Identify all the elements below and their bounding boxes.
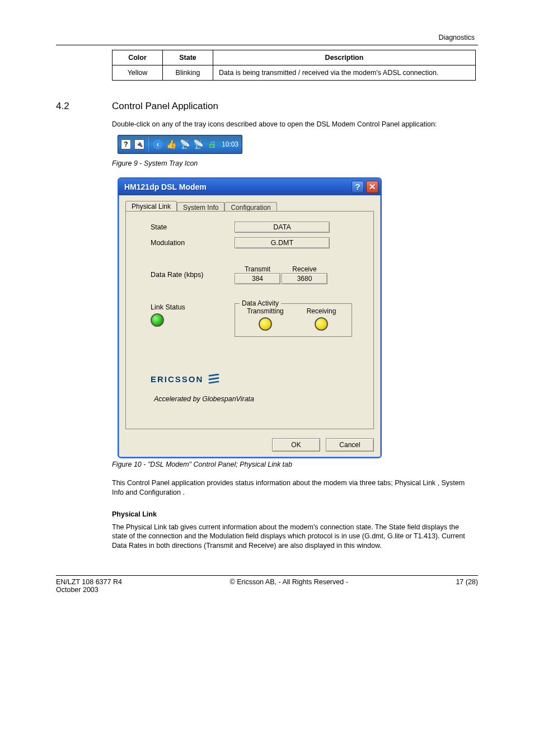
rx-led bbox=[315, 317, 328, 331]
systray-figure: ? 🔌 ‹ 👍 📡 📡 🖨 10:03 bbox=[118, 135, 478, 154]
section-title: Control Panel Application bbox=[112, 101, 478, 112]
header-rule bbox=[56, 45, 478, 45]
label-transmitting: Transmitting bbox=[242, 307, 289, 315]
tx-led bbox=[259, 317, 272, 331]
label-datarate: Data Rate (kbps) bbox=[151, 271, 235, 279]
label-receiving: Receiving bbox=[298, 307, 345, 315]
label-modulation: Modulation bbox=[151, 239, 235, 247]
table-header-color: Color bbox=[113, 50, 163, 65]
tray-network-icon-2[interactable]: 📡 bbox=[193, 139, 203, 149]
header-section-label: Diagnostics bbox=[438, 34, 475, 41]
label-state: State bbox=[151, 223, 235, 231]
tray-thumb-icon[interactable]: 👍 bbox=[166, 139, 176, 149]
data-activity-legend: Data Activity bbox=[240, 299, 281, 307]
tray-chevron-icon[interactable]: ‹ bbox=[153, 139, 163, 149]
page-footer: EN/LZT 108 6377 R4 © Ericsson AB, - All … bbox=[56, 575, 478, 594]
cell-desc: Data is being transmitted / received via… bbox=[213, 65, 476, 81]
system-tray: ? 🔌 ‹ 👍 📡 📡 🖨 10:03 bbox=[118, 135, 242, 154]
footer-copyright: © Ericsson AB, - All Rights Reserved - bbox=[229, 578, 348, 586]
tray-separator bbox=[148, 137, 149, 152]
tab-physical-link[interactable]: Physical Link bbox=[125, 201, 177, 212]
figure10-caption: Figure 10 - "DSL Modem" Control Panel; P… bbox=[112, 461, 478, 468]
footer-date: October 2003 bbox=[56, 586, 99, 594]
data-activity-group: Data Activity Transmitting Receiving bbox=[235, 303, 352, 337]
tray-help-icon[interactable]: ? bbox=[121, 139, 131, 149]
ericsson-wave-icon bbox=[208, 374, 220, 385]
titlebar-help-button[interactable]: ? bbox=[352, 181, 364, 193]
cell-color: Yellow bbox=[113, 65, 163, 81]
table-row: Yellow Blinking Data is being transmitte… bbox=[113, 65, 476, 81]
datarate-grid: Transmit Receive 384 3680 bbox=[235, 265, 327, 284]
ok-button[interactable]: OK bbox=[272, 438, 320, 452]
table-header-state: State bbox=[163, 50, 213, 65]
titlebar-close-button[interactable]: ✕ bbox=[366, 181, 378, 193]
accelerated-text: Accelerated by GlobespanVirata bbox=[154, 395, 363, 403]
datarate-value-rx: 3680 bbox=[282, 273, 327, 284]
value-state: DATA bbox=[235, 222, 330, 233]
dialog-title: HM121dp DSL Modem bbox=[124, 182, 207, 191]
ericsson-wordmark: ERICSSON bbox=[151, 374, 203, 384]
physical-link-body: The Physical Link tab gives current info… bbox=[112, 523, 476, 551]
figure9-caption: Figure 9 - System Tray Icon bbox=[112, 159, 478, 167]
tray-clock: 10:03 bbox=[222, 140, 238, 148]
footer-doc-id: EN/LZT 108 6377 R4 bbox=[56, 578, 122, 586]
physical-link-heading: Physical Link bbox=[112, 510, 476, 519]
table-header-desc: Description bbox=[213, 50, 476, 65]
page-header: Diagnostics bbox=[56, 34, 478, 41]
dialog-tabs: Physical Link System Info Configuration bbox=[125, 201, 374, 212]
footer-page-number: 17 (28) bbox=[456, 578, 478, 586]
ericsson-logo: ERICSSON bbox=[151, 374, 363, 385]
link-status-led bbox=[151, 313, 164, 327]
dsl-modem-dialog: HM121dp DSL Modem ? ✕ Physical Link Syst… bbox=[118, 177, 382, 458]
tray-hardware-icon[interactable]: 🖨 bbox=[207, 139, 217, 149]
dialog-titlebar[interactable]: HM121dp DSL Modem ? ✕ bbox=[119, 179, 381, 195]
datarate-head-transmit: Transmit bbox=[235, 265, 280, 273]
dialog-button-row: OK Cancel bbox=[119, 434, 381, 457]
datarate-head-receive: Receive bbox=[282, 265, 327, 273]
cell-state: Blinking bbox=[163, 65, 213, 81]
tray-network-icon-1[interactable]: 📡 bbox=[180, 139, 190, 149]
cancel-button[interactable]: Cancel bbox=[326, 438, 374, 452]
label-link-status: Link Status bbox=[151, 303, 235, 311]
after-figure-text: This Control Panel application provides … bbox=[112, 478, 476, 497]
icon-state-table: Color State Description Yellow Blinking … bbox=[112, 50, 476, 81]
tray-plug-icon[interactable]: 🔌 bbox=[134, 139, 144, 149]
value-modulation: G.DMT bbox=[235, 237, 330, 248]
intro-paragraph: Double-click on any of the tray icons de… bbox=[112, 120, 476, 129]
tab-panel-physical-link: State DATA Modulation G.DMT Data Rate (k… bbox=[125, 211, 374, 429]
datarate-value-tx: 384 bbox=[235, 273, 280, 284]
